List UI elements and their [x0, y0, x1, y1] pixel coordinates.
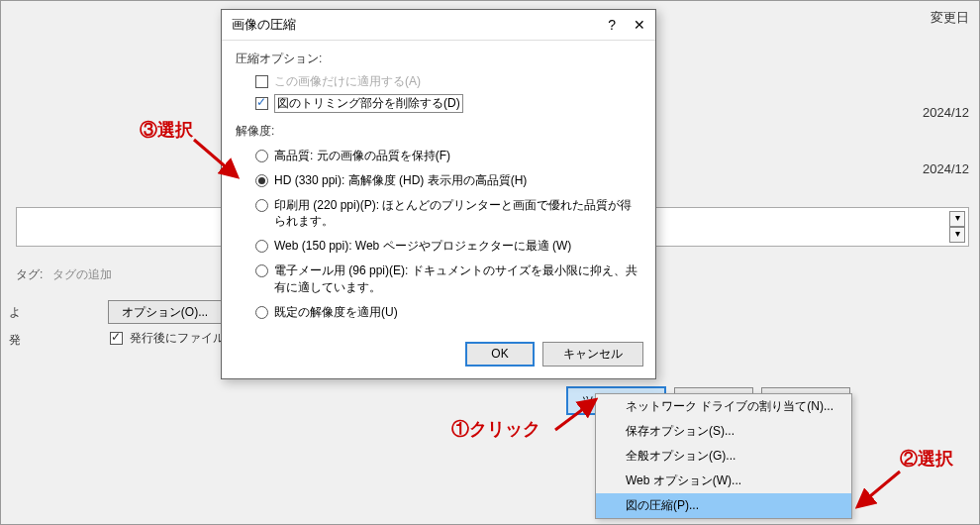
- checkbox-icon[interactable]: [255, 75, 268, 88]
- tag-label: タグ:: [16, 267, 43, 281]
- add-tag-link[interactable]: タグの追加: [52, 267, 112, 281]
- checkbox-delete-crop[interactable]: 図のトリミング部分を削除する(D): [236, 92, 641, 115]
- radio-icon[interactable]: [255, 199, 268, 212]
- radio-web-150[interactable]: Web (150 ppi): Web ページやプロジェクターに最適 (W): [236, 234, 641, 259]
- checkbox-icon[interactable]: [110, 332, 123, 345]
- radio-icon[interactable]: [255, 264, 268, 277]
- menu-item-general-options[interactable]: 全般オプション(G)...: [596, 444, 851, 469]
- dialog-title: 画像の圧縮: [232, 16, 296, 34]
- partial-text: よ 発: [1, 298, 31, 354]
- compress-pictures-dialog: 画像の圧縮 ? ✕ 圧縮オプション: この画像だけに適用する(A) 図のトリミン…: [221, 9, 656, 379]
- menu-item-compress-pictures[interactable]: 図の圧縮(P)...: [596, 493, 851, 518]
- radio-high-quality[interactable]: 高品質: 元の画像の品質を保持(F): [236, 144, 641, 168]
- checkbox-icon[interactable]: [255, 97, 268, 110]
- dropdown-icon[interactable]: ▾: [949, 211, 965, 227]
- dropdown-icon[interactable]: ▾: [949, 227, 965, 243]
- menu-item-web-options[interactable]: Web オプション(W)...: [596, 469, 851, 493]
- radio-icon[interactable]: [255, 240, 268, 253]
- radio-print-220[interactable]: 印刷用 (220 ppi)(P): ほとんどのプリンターと画面で優れた品質が得ら…: [236, 193, 641, 235]
- menu-item-save-options[interactable]: 保存オプション(S)...: [596, 419, 851, 444]
- radio-default[interactable]: 既定の解像度を適用(U): [236, 300, 641, 325]
- radio-hd-330[interactable]: HD (330 ppi): 高解像度 (HD) 表示用の高品質(H): [236, 168, 641, 193]
- menu-item-map-drive[interactable]: ネットワーク ドライブの割り当て(N)...: [596, 394, 851, 419]
- radio-icon[interactable]: [255, 150, 268, 162]
- options-button[interactable]: オプション(O)...: [108, 300, 222, 324]
- column-header-date: 変更日: [931, 9, 969, 27]
- section-resolution: 解像度:: [236, 123, 641, 140]
- dialog-cancel-button[interactable]: キャンセル: [542, 342, 643, 367]
- ok-button[interactable]: OK: [465, 342, 535, 367]
- radio-email-96[interactable]: 電子メール用 (96 ppi)(E): ドキュメントのサイズを最小限に抑え、共有…: [236, 259, 641, 300]
- help-icon[interactable]: ?: [608, 17, 616, 33]
- date-value-1: 2024/12: [923, 105, 969, 120]
- tools-menu: ネットワーク ドライブの割り当て(N)... 保存オプション(S)... 全般オ…: [595, 393, 852, 519]
- checkbox-apply-only[interactable]: この画像だけに適用する(A): [236, 71, 641, 92]
- section-compress-options: 圧縮オプション:: [236, 51, 641, 67]
- close-icon[interactable]: ✕: [634, 17, 645, 33]
- radio-icon[interactable]: [255, 306, 268, 319]
- date-value-2: 2024/12: [923, 161, 969, 176]
- dialog-body: 圧縮オプション: この画像だけに適用する(A) 図のトリミング部分を削除する(D…: [222, 41, 655, 334]
- dialog-titlebar: 画像の圧縮 ? ✕: [222, 10, 655, 41]
- dialog-button-row: OK キャンセル: [222, 334, 655, 378]
- radio-icon[interactable]: [255, 174, 268, 187]
- tag-row: タグ: タグの追加: [16, 266, 112, 283]
